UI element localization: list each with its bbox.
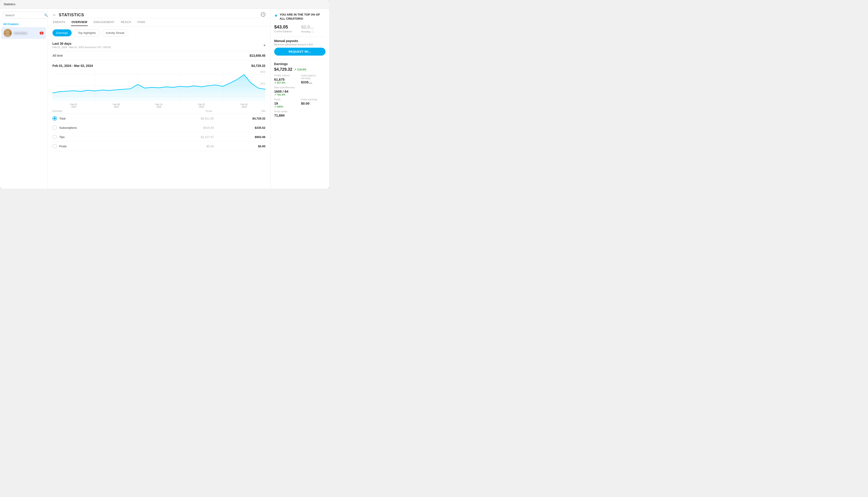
posts-value: 19	[274, 101, 299, 105]
sidebar-search-area: 🔍 ↻	[0, 9, 47, 21]
subs-earnings-label: Subscriptions earnings	[301, 74, 326, 80]
earnings-summary-title: Earnings	[274, 62, 325, 66]
table-row-subscriptions[interactable]: Subscriptions $419.40 $335.52	[53, 123, 265, 132]
tab-reach[interactable]: REACH	[120, 18, 131, 26]
new-subs-row: New subs/Renews 1605 / 84 ↗ 781.9%	[274, 86, 325, 96]
top-badge-text: YOU ARE IN THE TOP 3% OF ALL CREATORS!	[280, 13, 325, 21]
filter-pills: Earnings Top highlights Activity Streak	[47, 26, 270, 39]
all-creators-label[interactable]: All Creators	[0, 21, 47, 27]
row-net-total: $4,729.32	[214, 117, 265, 120]
svg-point-1	[5, 34, 10, 37]
earnings-trend: ↗ 119.8%	[294, 68, 306, 71]
all-time-row: All time $13,658.45	[53, 51, 265, 60]
row-label-posts: Posts	[59, 145, 162, 148]
table-header: Earnings Gross Net	[53, 108, 265, 114]
row-label-subscriptions: Subscriptions	[59, 126, 162, 129]
chart-header: Feb 01, 2024 - Mar 02, 2024 $4,729.32	[53, 64, 265, 68]
title-bar-text: Statistics	[4, 2, 15, 6]
earnings-table: Earnings Gross Net Total $5,911.65 $4,72…	[53, 108, 265, 151]
row-net-posts: $0.00	[214, 145, 265, 148]
chart-container: $800 $400	[53, 70, 265, 106]
new-subs-value: 1605 / 84	[274, 89, 325, 93]
chart-x-labels: Feb 02 2024 Feb 08 2024 Feb 14 2024	[53, 102, 265, 108]
x-label-feb02: Feb 02 2024	[53, 103, 95, 108]
posts-views-value: 71,884	[274, 113, 325, 117]
posts-trend: ↗ 280%	[274, 105, 299, 108]
table-row-tips[interactable]: Tips $1,127.57 $902.06	[53, 132, 265, 142]
radio-tips[interactable]	[53, 134, 57, 139]
col-earnings: Earnings	[53, 110, 159, 112]
new-subs-label: New subs/Renews	[274, 86, 325, 89]
profile-visitors-value: 61,675	[274, 77, 299, 81]
table-row-total[interactable]: Total $5,911.65 $4,729.32	[53, 114, 265, 123]
back-button[interactable]: ←	[53, 13, 56, 17]
current-balance-label: Current balance	[274, 30, 298, 33]
divider-2	[274, 59, 325, 59]
sidebar: 🔍 ↻ All Creators Username	[0, 9, 47, 189]
chart-svg	[53, 70, 265, 101]
all-time-value: $13,658.45	[250, 54, 265, 57]
tab-fans[interactable]: FANS	[137, 18, 145, 26]
payout-section: Manual payouts Minimum withdrawal amount…	[274, 39, 325, 56]
star-icon: ★	[274, 13, 278, 18]
tab-achievements[interactable]: EMENTS	[53, 18, 66, 26]
date-range-title: Last 30 days	[53, 42, 111, 45]
table-row-posts[interactable]: Posts $0.00 $0.00	[53, 142, 265, 151]
row-net-subscriptions: $335.52	[214, 126, 265, 129]
stats-grid: Profile visitors 61,675 ↗ 327.9% Subscri…	[274, 74, 325, 84]
posts-label: Posts	[274, 98, 299, 101]
x-label-feb08: Feb 08 2024	[95, 103, 137, 108]
chart-period: Feb 01, 2024 - Mar 02, 2024	[53, 64, 93, 68]
search-box[interactable]: 🔍	[3, 12, 51, 18]
date-range-subtitle: Feb 01, 2024 - Mar 02, 2024 (local time …	[53, 46, 111, 48]
date-range-section: Last 30 days Feb 01, 2024 - Mar 02, 2024…	[53, 39, 265, 51]
pending-balance-label: Pending ⓘ	[301, 30, 326, 33]
y-label-800: $800	[261, 71, 265, 73]
row-gross-subscriptions: $419.40	[162, 126, 214, 129]
pending-balance-amount: $2,0...	[301, 24, 326, 30]
posts-views-label: Posts views	[274, 110, 325, 113]
help-button[interactable]: ?	[261, 12, 265, 18]
avatar-img	[4, 29, 12, 37]
posts-earnings-value: $0.00	[301, 101, 326, 105]
radio-posts[interactable]	[53, 144, 57, 148]
y-label-400: $400	[261, 83, 265, 85]
search-input[interactable]	[5, 14, 43, 17]
chevron-down-icon[interactable]: ▾	[264, 43, 265, 47]
top-badge: ★ YOU ARE IN THE TOP 3% OF ALL CREATORS!	[274, 13, 325, 21]
payout-subtitle: Minimum withdrawal amount is $20	[274, 43, 325, 46]
row-gross-posts: $0.00	[162, 145, 214, 148]
row-net-tips: $902.06	[214, 135, 265, 139]
chart-total: $4,729.32	[251, 64, 265, 68]
divider-1	[274, 37, 325, 37]
tab-overview[interactable]: OVERVIEW	[71, 18, 88, 26]
user-name: Username	[14, 31, 40, 35]
radio-subscriptions[interactable]	[53, 125, 57, 130]
earnings-big-value: $4,729.32	[274, 67, 292, 72]
tab-engagement[interactable]: ENGAGEMENT	[93, 18, 115, 26]
tabs-row: EMENTS OVERVIEW ENGAGEMENT REACH FANS	[47, 18, 270, 26]
chart-section: Feb 01, 2024 - Mar 02, 2024 $4,729.32 $8…	[53, 60, 265, 106]
radio-total[interactable]	[53, 116, 57, 120]
stats-header: ← STATISTICS ?	[47, 9, 270, 18]
col-net: Net	[212, 110, 266, 112]
row-gross-total: $5,911.65	[162, 117, 214, 120]
posts-earnings-cell: Posts earnings $0.00	[301, 98, 326, 108]
current-balance-amount: $43.05	[274, 24, 298, 30]
request-withdrawal-button[interactable]: REQUEST WI...	[274, 48, 325, 56]
profile-visitors-label: Profile visitors	[274, 74, 299, 77]
posts-earnings-label: Posts earnings	[301, 98, 326, 101]
svg-point-0	[6, 30, 10, 34]
row-gross-tips: $1,127.57	[162, 135, 214, 139]
pill-activity-streak[interactable]: Activity Streak	[102, 29, 128, 37]
row-label-total: Total	[59, 117, 162, 120]
profile-visitors-trend: ↗ 327.9%	[274, 81, 299, 84]
pill-earnings[interactable]: Earnings	[53, 29, 72, 37]
main-layout: 🔍 ↻ All Creators Username	[0, 9, 329, 189]
content-scroll[interactable]: Last 30 days Feb 01, 2024 - Mar 02, 2024…	[47, 39, 270, 189]
all-time-label: All time	[53, 54, 63, 57]
info-icon: ⓘ	[311, 30, 314, 33]
pill-top-highlights[interactable]: Top highlights	[74, 29, 100, 37]
title-bar: Statistics	[0, 0, 329, 9]
sidebar-user-item[interactable]: Username 1	[1, 27, 46, 39]
